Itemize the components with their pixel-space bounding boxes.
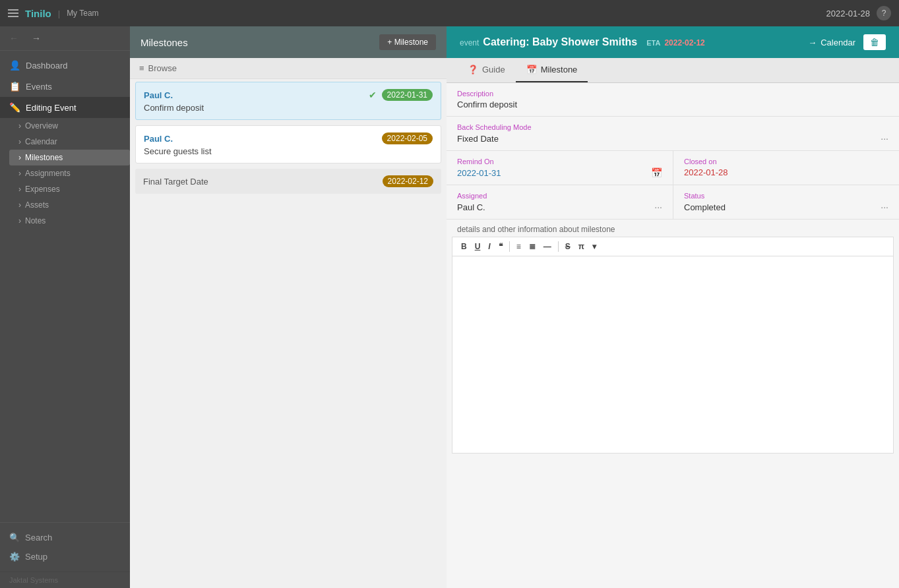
remind-value: 2022-01-31 xyxy=(457,168,501,178)
closed-cell: Closed on 2022-01-28 xyxy=(673,151,899,185)
ul-button[interactable]: ≡ xyxy=(513,240,524,253)
status-value: Completed xyxy=(684,202,726,212)
eta-date: 2022-02-12 xyxy=(664,38,704,47)
sidebar-sub-assignments-label: Assignments xyxy=(25,169,71,178)
toolbar-sep-1 xyxy=(509,241,510,252)
sidebar-sub-notes[interactable]: › Notes xyxy=(9,213,130,229)
milestones-header: Milestones + Milestone xyxy=(130,26,447,58)
final-target-row: Final Target Date 2022-02-12 xyxy=(135,169,441,194)
sidebar-item-dashboard[interactable]: 👤 Dashboard xyxy=(0,55,130,76)
underline-button[interactable]: U xyxy=(472,240,484,253)
sidebar-search-label: Search xyxy=(25,533,52,543)
sidebar-sub-expenses-label: Expenses xyxy=(25,185,60,194)
sidebar-sub-overview-label: Overview xyxy=(25,121,58,131)
sidebar-sub-notes-label: Notes xyxy=(25,216,46,225)
right-panel: event Catering: Baby Shower Smiths ETA 2… xyxy=(447,26,899,588)
milestone-item-2[interactable]: Paul C. 2022-02-05 Secure guests list xyxy=(135,125,441,163)
sub-bullet: › xyxy=(18,216,21,225)
assigned-value: Paul C. xyxy=(457,202,485,212)
description-cell: Description Confirm deposit xyxy=(447,83,899,117)
guide-icon: ❓ xyxy=(468,65,478,74)
status-more-btn[interactable]: ··· xyxy=(881,202,888,212)
description-label: Description xyxy=(457,90,888,98)
calendar-link-button[interactable]: → Calendar xyxy=(808,38,855,47)
arrow-right-icon: → xyxy=(808,38,817,47)
description-value: Confirm deposit xyxy=(457,100,888,109)
dashboard-icon: 👤 xyxy=(9,60,20,71)
sub-bullet: › xyxy=(18,153,21,162)
sidebar-sub-overview[interactable]: › Overview xyxy=(9,118,130,134)
sidebar-item-dashboard-label: Dashboard xyxy=(26,61,68,71)
sidebar-item-editing-event-label: Editing Event xyxy=(26,103,77,113)
sidebar-sub-expenses[interactable]: › Expenses xyxy=(9,181,130,197)
events-icon: 📋 xyxy=(9,81,20,92)
sidebar-sub-milestones[interactable]: › Milestones xyxy=(9,150,130,165)
sub-bullet: › xyxy=(18,169,21,178)
sidebar-sub-milestones-label: Milestones xyxy=(25,153,63,162)
back-arrow[interactable]: ← xyxy=(9,33,18,44)
detail-grid: Description Confirm deposit Back Schedul… xyxy=(447,83,899,220)
milestones-panel: Milestones + Milestone ≡ Browse Paul C. … xyxy=(130,26,447,588)
scheduling-label: Back Scheduling Mode xyxy=(457,123,888,131)
bold-button[interactable]: B xyxy=(458,240,470,253)
scheduling-more-btn[interactable]: ··· xyxy=(881,133,888,144)
sidebar-sub-assets-label: Assets xyxy=(25,200,49,210)
sub-bullet: › xyxy=(18,200,21,210)
milestone-1-check-icon: ✔ xyxy=(369,90,377,100)
sidebar-sub-calendar[interactable]: › Calendar xyxy=(9,134,130,150)
browse-icon: ≡ xyxy=(139,63,144,73)
scheduling-value: Fixed Date xyxy=(457,134,499,144)
milestone-2-person: Paul C. xyxy=(144,134,173,144)
forward-arrow[interactable]: → xyxy=(32,33,41,44)
closed-label: Closed on xyxy=(684,158,888,165)
help-button[interactable]: ? xyxy=(877,6,891,20)
trash-icon: 🗑 xyxy=(870,37,879,47)
sidebar-sub-assignments[interactable]: › Assignments xyxy=(9,165,130,181)
event-header-left: event Catering: Baby Shower Smiths ETA 2… xyxy=(460,36,705,48)
sidebar-setup-label: Setup xyxy=(25,552,47,562)
milestone-2-header: Paul C. 2022-02-05 xyxy=(144,132,433,144)
milestone-1-task: Confirm deposit xyxy=(144,103,433,113)
final-target-label: Final Target Date xyxy=(143,177,208,187)
sidebar-sub-calendar-label: Calendar xyxy=(25,137,57,146)
add-milestone-button[interactable]: + Milestone xyxy=(379,34,436,50)
sidebar-setup[interactable]: ⚙️ Setup xyxy=(9,547,121,566)
tab-guide-label: Guide xyxy=(482,65,505,74)
tab-milestone[interactable]: 📅 Milestone xyxy=(516,58,588,82)
hamburger-menu[interactable] xyxy=(8,9,18,17)
milestone-item-1[interactable]: Paul C. ✔ 2022-01-31 Confirm deposit xyxy=(135,82,441,120)
sub-bullet: › xyxy=(18,185,21,194)
tab-guide[interactable]: ❓ Guide xyxy=(457,58,516,82)
sidebar-item-editing-event[interactable]: ✏️ Editing Event xyxy=(0,97,130,118)
delete-button[interactable]: 🗑 xyxy=(863,34,886,50)
editor-content[interactable] xyxy=(452,256,894,454)
notes-placeholder: details and other information about mile… xyxy=(447,220,899,237)
sidebar-nav-arrows: ← → xyxy=(0,26,130,51)
assigned-label: Assigned xyxy=(457,192,662,200)
editor-toolbar: B U I ❝ ≡ ≣ — S π ▾ xyxy=(452,237,894,256)
calendar-pick-btn[interactable]: 📅 xyxy=(651,167,662,178)
pi-button[interactable]: π xyxy=(575,240,588,253)
italic-button[interactable]: I xyxy=(485,240,493,253)
dash-button[interactable]: — xyxy=(540,240,555,253)
sidebar-sub-assets[interactable]: › Assets xyxy=(9,197,130,213)
ol-button[interactable]: ≣ xyxy=(526,240,539,253)
team-name: My Team xyxy=(67,9,98,18)
quote-button[interactable]: ❝ xyxy=(495,240,506,253)
assigned-more-btn[interactable]: ··· xyxy=(654,202,662,212)
sidebar-bottom: 🔍 Search ⚙️ Setup xyxy=(0,522,130,572)
sidebar-search[interactable]: 🔍 Search xyxy=(9,528,121,547)
milestone-1-header: Paul C. ✔ 2022-01-31 xyxy=(144,89,433,101)
sidebar-item-events[interactable]: 📋 Events xyxy=(0,76,130,97)
strikethrough-button[interactable]: S xyxy=(562,240,574,253)
editing-event-icon: ✏️ xyxy=(9,102,20,113)
more-button[interactable]: ▾ xyxy=(589,240,600,253)
event-label: event xyxy=(460,38,479,47)
sidebar-footer: Jaktal Systems xyxy=(0,572,130,588)
search-icon: 🔍 xyxy=(9,533,20,543)
browse-bar: ≡ Browse xyxy=(130,58,447,79)
closed-value: 2022-01-28 xyxy=(684,167,888,177)
sidebar-item-events-label: Events xyxy=(26,82,52,92)
browse-label: Browse xyxy=(148,63,177,73)
topbar-date: 2022-01-28 xyxy=(826,9,871,18)
